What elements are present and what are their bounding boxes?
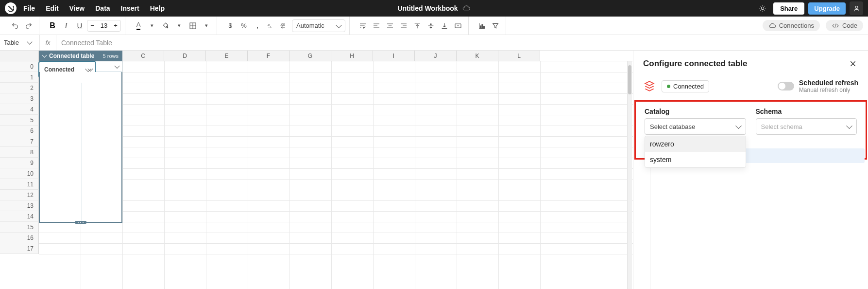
workbook-title[interactable]: Untitled Workbook <box>397 4 458 12</box>
valign-middle-icon[interactable] <box>425 19 437 32</box>
row-header[interactable]: 15 <box>0 222 39 233</box>
menu-items: File Edit View Data Insert Help <box>23 4 165 12</box>
schema-select[interactable]: Select schema <box>756 118 857 135</box>
underline-icon[interactable]: U <box>73 19 86 32</box>
borders-chevron-icon[interactable]: ▾ <box>200 19 213 32</box>
chart-icon[interactable] <box>476 19 488 32</box>
borders-icon[interactable] <box>187 19 199 32</box>
col-header-j[interactable]: J <box>415 51 457 61</box>
row-header[interactable]: 16 <box>0 233 39 243</box>
chevron-down-icon <box>27 39 32 44</box>
row-header[interactable]: 1 <box>0 72 39 83</box>
valign-bottom-icon[interactable] <box>438 19 451 32</box>
bold-icon[interactable]: B <box>46 19 59 32</box>
row-header[interactable]: 13 <box>0 200 39 211</box>
textcolor-chevron-icon[interactable]: ▾ <box>146 19 158 32</box>
align-left-icon[interactable] <box>370 19 383 32</box>
comma-icon[interactable]: , <box>251 19 264 32</box>
wrap-icon[interactable] <box>357 19 369 32</box>
connected-table-cell-b0[interactable] <box>96 61 122 72</box>
catalog-select[interactable]: Select database <box>645 118 746 135</box>
dec-decimal-icon[interactable]: .00 <box>278 19 291 32</box>
row-header[interactable]: 17 <box>0 243 39 254</box>
textcolor-icon[interactable]: A <box>132 19 145 32</box>
col-header-k[interactable]: K <box>457 51 498 61</box>
percent-icon[interactable]: % <box>238 19 250 32</box>
row-header[interactable]: 11 <box>0 179 39 190</box>
merge-icon[interactable] <box>452 19 464 32</box>
fx-icon[interactable]: fx <box>40 35 56 50</box>
row-header[interactable]: 0 <box>0 61 39 72</box>
menu-insert[interactable]: Insert <box>121 4 139 12</box>
col-header-f[interactable]: F <box>248 51 289 61</box>
catalog-option-system[interactable]: system <box>645 152 746 167</box>
menu-data[interactable]: Data <box>95 4 110 12</box>
share-button[interactable]: Share <box>773 2 804 15</box>
upgrade-button[interactable]: Upgrade <box>808 2 846 15</box>
redo-icon[interactable] <box>22 19 35 32</box>
row-header[interactable]: 10 <box>0 168 39 179</box>
code-button[interactable]: Code <box>826 20 863 31</box>
scheduled-refresh-toggle[interactable] <box>778 82 794 90</box>
filter-icon[interactable] <box>489 19 502 32</box>
app-logo[interactable] <box>5 2 17 14</box>
align-center-icon[interactable] <box>384 19 396 32</box>
number-format-select[interactable]: Automatic <box>292 19 345 32</box>
connections-button[interactable]: Connections <box>763 20 820 31</box>
theme-toggle-icon[interactable] <box>756 1 769 15</box>
col-header-h[interactable]: H <box>331 51 373 61</box>
spreadsheet-grid[interactable]: CDEFGHIJKL 01234567891011121314151617 Co… <box>0 51 633 289</box>
dropdown-icon[interactable] <box>87 66 93 72</box>
menu-edit[interactable]: Edit <box>46 4 58 12</box>
fontsize-inc[interactable]: + <box>111 22 120 29</box>
menu-file[interactable]: File <box>23 4 35 12</box>
row-header[interactable]: 9 <box>0 158 39 168</box>
formula-bar: Table fx Connected Table <box>0 35 868 51</box>
align-right-icon[interactable] <box>397 19 410 32</box>
code-label: Code <box>842 22 857 29</box>
valign-top-icon[interactable] <box>411 19 424 32</box>
fillcolor-icon[interactable] <box>159 19 172 32</box>
menu-help[interactable]: Help <box>150 4 165 12</box>
fontsize-dec[interactable]: − <box>87 22 97 29</box>
connected-table-header[interactable]: Connected table 5 rows <box>39 51 122 61</box>
row-header[interactable]: 6 <box>0 126 39 136</box>
close-icon[interactable] <box>848 58 858 69</box>
resize-handle-icon[interactable] <box>75 221 86 224</box>
catalog-label: Catalog <box>645 108 746 115</box>
cell-reference-select[interactable]: Table <box>0 35 40 50</box>
grid-corner[interactable] <box>0 51 39 61</box>
col-header-d[interactable]: D <box>164 51 206 61</box>
col-header-l[interactable]: L <box>498 51 540 61</box>
dropdown-icon[interactable] <box>114 63 120 69</box>
catalog-option-rowzero[interactable]: rowzero <box>645 136 746 152</box>
row-header[interactable]: 2 <box>0 83 39 93</box>
row-header[interactable]: 12 <box>0 190 39 200</box>
row-header[interactable]: 7 <box>0 136 39 147</box>
row-header[interactable]: 4 <box>0 104 39 115</box>
svg-text:.00: .00 <box>280 23 285 26</box>
formula-input[interactable]: Connected Table <box>56 39 868 47</box>
vertical-scrollbar[interactable] <box>627 61 632 289</box>
connected-table-title: Connected table <box>49 53 94 59</box>
fillcolor-chevron-icon[interactable]: ▾ <box>173 19 186 32</box>
row-header[interactable]: 3 <box>0 93 39 104</box>
fontsize-stepper[interactable]: − 13 + <box>87 20 121 32</box>
connected-table[interactable]: Connected table 5 rows Connected <box>39 61 122 223</box>
row-header[interactable]: 5 <box>0 115 39 126</box>
col-header-i[interactable]: I <box>373 51 415 61</box>
col-header-g[interactable]: G <box>289 51 331 61</box>
menu-view[interactable]: View <box>69 4 85 12</box>
undo-icon[interactable] <box>9 19 21 32</box>
col-header-c[interactable]: C <box>122 51 164 61</box>
col-header-e[interactable]: E <box>206 51 248 61</box>
panel-title: Configure connected table <box>643 59 747 69</box>
italic-icon[interactable]: I <box>60 19 72 32</box>
row-header[interactable]: 14 <box>0 211 39 222</box>
chevron-down-icon <box>42 53 47 58</box>
inc-decimal-icon[interactable]: .0 <box>265 19 277 32</box>
row-header[interactable]: 8 <box>0 147 39 158</box>
svg-rect-5 <box>480 26 481 28</box>
account-icon[interactable] <box>850 1 863 15</box>
currency-icon[interactable]: $ <box>224 19 237 32</box>
